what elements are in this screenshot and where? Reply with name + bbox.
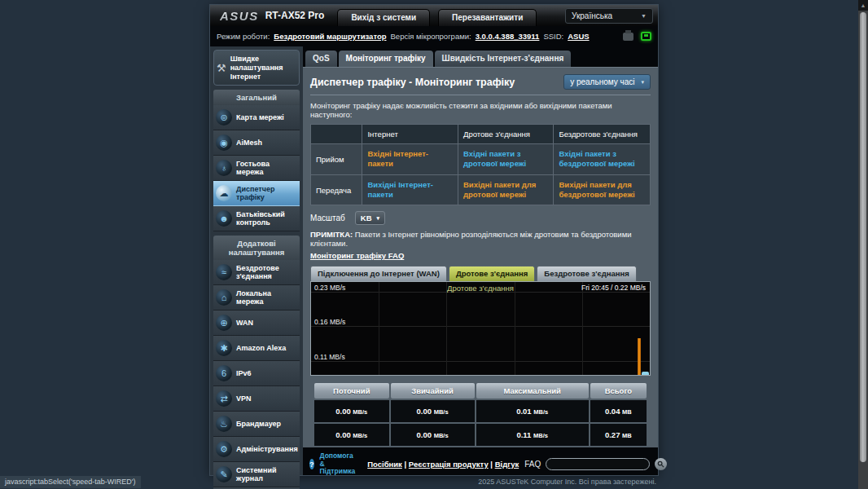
link-inbound-wireless[interactable]: Вхідні пакети з бездротової мережі [554, 144, 651, 175]
stat-value: 0.11 MB/s [476, 424, 589, 446]
chart-tab-wireless[interactable]: Бездротове з'єднання [537, 266, 637, 281]
wan-icon: ⊕ [216, 315, 232, 331]
traffic-monitor-faq-link[interactable]: Моніторинг трафіку FAQ [310, 251, 651, 260]
copyright-text: 2025 ASUSTeK Computer Inc. Всі права зас… [478, 478, 656, 486]
ssid-label: SSID: [543, 32, 563, 41]
sidebar-item-vpn[interactable]: ⇄ VPN [213, 386, 300, 412]
main-area: ⚒ Швидке налаштування Інтернет Загальний… [210, 46, 658, 475]
tab-traffic-monitor[interactable]: Моніторинг трафіку [339, 51, 433, 67]
stat-value: 0.00 MB/s [391, 424, 475, 446]
help-icon[interactable]: ? [309, 459, 314, 469]
sidebar-item-lan[interactable]: ⌂ Локальна мережа [213, 285, 300, 311]
page-description: Моніторинг трафіку надає можливість стеж… [310, 101, 651, 119]
receive-bump-series [642, 372, 649, 375]
stat-value: 0.00 MB/s [314, 424, 389, 446]
ipv6-icon: 6 [216, 365, 232, 381]
chart-tab-wan[interactable]: Підключення до Інтернет (WAN) [310, 266, 447, 281]
header-wireless: Бездротове з'єднання [554, 125, 651, 144]
chart-tabs: Підключення до Інтернет (WAN) Дротове з'… [310, 266, 651, 281]
sidebar-item-wan[interactable]: ⊕ WAN [213, 311, 300, 336]
link-outbound-wired[interactable]: Вихідні пакети для дротової мережі [458, 174, 553, 205]
link-inbound-internet[interactable]: Вхідні Інтернет-пакети [362, 144, 458, 175]
note-bold: ПРИМІТКА: [310, 230, 353, 239]
ssid-value-link[interactable]: ASUS [568, 32, 589, 41]
link-outbound-internet[interactable]: Вихідні Інтернет-пакети [362, 174, 458, 205]
vpn-icon: ⇄ [216, 390, 232, 407]
search-button[interactable] [655, 458, 667, 470]
firmware-value-link[interactable]: 3.0.0.4.388_33911 [476, 32, 540, 41]
tab-internet-speed[interactable]: Швидкість Інтернет-з'єднання [435, 51, 572, 67]
info-bar: Режим роботи: Бездротовий маршрутизатор … [210, 26, 658, 46]
feedback-link[interactable]: Відгук [495, 460, 519, 469]
sidebar-item-system-log[interactable]: ✎ Системний журнал [213, 462, 300, 487]
sidebar-item-ipv6[interactable]: 6 IPv6 [213, 361, 300, 386]
help-support-link[interactable]: Допомога & Підтримка [320, 452, 356, 476]
lan-status-icon[interactable] [641, 32, 651, 41]
link-outbound-wireless[interactable]: Вихідні пакети для бездротової мережі [554, 174, 651, 205]
product-registration-link[interactable]: Реєстрація продукту [409, 460, 489, 469]
sidebar-item-aimesh[interactable]: ◉ AiMesh [213, 130, 300, 156]
stats-row-receive: 0.00 MB/s 0.00 MB/s 0.01 MB/s 0.04 MB [314, 400, 647, 422]
browser-scrollbar[interactable]: ▲ [858, 0, 868, 489]
help-line2: Підтримка [320, 467, 356, 475]
stat-number: 0.00 [417, 407, 432, 416]
page-title: Диспетчер трафіку - Моніторинг трафіку [310, 77, 515, 88]
scrollbar-up-arrow-icon[interactable]: ▲ [858, 0, 868, 11]
separator: | [490, 460, 493, 469]
sidebar-item-wireless[interactable]: ≈ Бездротове з'єднання [213, 260, 300, 285]
lan-icon: ⌂ [216, 289, 232, 306]
sidebar-item-traffic-manager[interactable]: ☁ Диспетчер трафіку [213, 181, 300, 206]
parental-controls-icon: ☻ [216, 210, 232, 227]
row-label-transmit: Передача [311, 174, 362, 205]
language-select[interactable]: Українська ▼ [565, 8, 653, 24]
stats-table: Поточний Звичайний Максимальний Всього 0… [313, 381, 648, 447]
sidebar-item-label: AiMesh [236, 139, 262, 148]
sidebar-item-label: Локальна мережа [236, 289, 297, 307]
printer-icon[interactable] [623, 33, 633, 41]
sidebar-item-administration[interactable]: ⚙ Адміністрування [213, 437, 300, 462]
mode-label: Режим роботи: [217, 32, 270, 41]
table-row: Передача Вихідні Інтернет-пакети Вихідні… [311, 174, 651, 205]
stat-unit: MB [622, 408, 632, 416]
gridline [446, 282, 447, 375]
system-log-icon: ✎ [216, 466, 232, 482]
stats-header-row: Поточний Звичайний Максимальний Всього [314, 383, 647, 399]
link-inbound-wired[interactable]: Вхідні пакети з дротової мережі [458, 144, 553, 175]
tab-qos[interactable]: QoS [305, 51, 337, 67]
sidebar-item-firewall[interactable]: ♨ Брандмауер [213, 412, 300, 437]
chart-time-scale-label: Fri 20:45 / 0.22 MB/s [581, 284, 646, 292]
note-text: ПРИМІТКА: Пакети з Інтернет рівномірно р… [310, 230, 651, 248]
reboot-button[interactable]: Перезавантажити [438, 9, 537, 26]
logout-button[interactable]: Вихід з системи [337, 9, 430, 26]
stat-number: 0.00 [335, 430, 351, 439]
sidebar-item-guest-network[interactable]: ♁ Гостьова мережа [213, 156, 300, 181]
language-label: Українська [572, 11, 612, 20]
scale-label: Масштаб [310, 214, 345, 222]
faq-label: FAQ [524, 460, 541, 469]
sidebar-item-label: WAN [236, 319, 253, 328]
qis-label: Швидке налаштування Інтернет [230, 55, 296, 81]
stats-header-maximum: Максимальний [476, 383, 589, 399]
stats-header-current: Поточний [314, 383, 389, 399]
table-row: Прийом Вхідні Інтернет-пакети Вхідні пак… [311, 144, 651, 175]
scrollbar-thumb[interactable] [860, 12, 866, 462]
sidebar-item-network-map[interactable]: ⊚ Карта мережі [213, 105, 300, 130]
stat-number: 0.27 [605, 430, 620, 439]
traffic-types-table: Інтернет Дротове з'єднання Бездротове з'… [310, 124, 651, 205]
sidebar: ⚒ Швидке налаштування Інтернет Загальний… [210, 46, 303, 475]
aimesh-icon: ◉ [216, 134, 232, 151]
page-tabs: QoS Моніторинг трафіку Швидкість Інтерне… [303, 46, 658, 67]
faq-search-input[interactable] [546, 458, 650, 470]
chart-tab-wired[interactable]: Дротове з'єднання [449, 266, 535, 281]
quick-internet-setup-button[interactable]: ⚒ Швидке налаштування Інтернет [213, 50, 300, 86]
sidebar-item-amazon-alexa[interactable]: ✱ Amazon Alexa [213, 336, 300, 361]
sidebar-item-parental-controls[interactable]: ☻ Батьківський контроль [213, 206, 300, 231]
stat-value: 0.27 MB [590, 424, 647, 446]
header-internet: Інтернет [362, 125, 458, 144]
sidebar-item-label: Карта мережі [236, 113, 284, 122]
manual-link[interactable]: Посібник [367, 460, 402, 469]
faq-search: FAQ [524, 458, 667, 470]
scale-unit-select[interactable]: KB ▾ [355, 211, 385, 225]
view-mode-select[interactable]: у реальному часі ▾ [563, 74, 651, 90]
mode-value-link[interactable]: Бездротовий маршрутизатор [274, 32, 386, 41]
